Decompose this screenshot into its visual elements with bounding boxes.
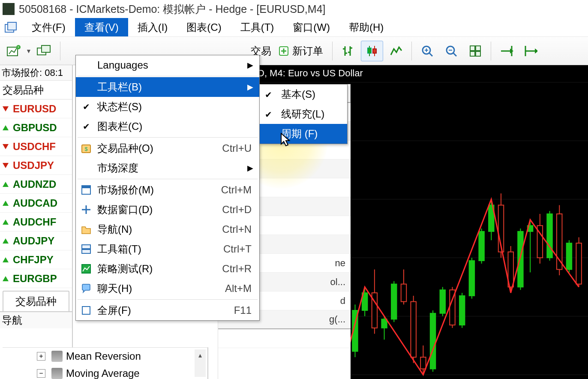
new-order-button[interactable]: 新订单: [273, 41, 328, 61]
svg-marker-36: [535, 48, 537, 54]
submenu-arrow-icon: ▶: [247, 163, 253, 173]
view-menu-item[interactable]: Languages▶: [76, 55, 259, 75]
toolbars-submenu-item[interactable]: 线研究(L): [260, 104, 347, 124]
view-menu-item[interactable]: 聊天(H)Alt+M: [76, 279, 259, 298]
new-chart-button[interactable]: +: [3, 41, 25, 61]
market-watch-tab-symbols[interactable]: 交易品种: [3, 291, 69, 311]
svg-rect-82: [411, 302, 416, 358]
menu-文件f[interactable]: 文件(F): [22, 18, 75, 36]
menu-图表c[interactable]: 图表(C): [177, 18, 231, 36]
tile-windows-button[interactable]: [464, 41, 486, 61]
arrow-up-icon: [3, 125, 9, 130]
restore-window-icon[interactable]: [0, 18, 22, 36]
svg-rect-76: [381, 319, 387, 328]
auto-scroll-button[interactable]: [495, 41, 518, 61]
navigator-item[interactable]: +Mean Reversion: [3, 348, 207, 365]
menu-帮助h[interactable]: 帮助(H): [339, 18, 393, 36]
market-watch-row-audcad[interactable]: AUDCAD: [0, 194, 72, 213]
window-title: 50508168 - ICMarkets-Demo: 模拟帐户 - Hedge …: [19, 2, 326, 16]
svg-rect-110: [547, 214, 552, 258]
market-watch-row-eurusd[interactable]: EURUSD: [0, 99, 72, 118]
view-menu-item[interactable]: 导航(N)Ctrl+N: [76, 220, 259, 239]
svg-rect-126: [82, 307, 90, 314]
svg-text:$: $: [84, 146, 88, 152]
arrow-up-icon: [3, 201, 9, 206]
submenu-arrow-icon: ▶: [247, 82, 253, 92]
arrow-up-icon: [3, 257, 9, 262]
svg-rect-19: [373, 49, 376, 53]
market-watch-column-symbol[interactable]: 交易品种: [0, 81, 72, 99]
view-menu-item[interactable]: 图表栏(C): [76, 117, 259, 136]
tester-icon: [80, 263, 92, 275]
symbols-icon: $: [80, 142, 92, 154]
bar-chart-button[interactable]: [337, 41, 359, 61]
menu-工具t[interactable]: 工具(T): [231, 18, 284, 36]
svg-rect-6: [42, 45, 50, 52]
navigator-scrollbar[interactable]: ▴: [195, 349, 206, 377]
market-watch-row-eurgbp[interactable]: EURGBP: [0, 269, 72, 288]
svg-rect-94: [469, 261, 474, 296]
market-watch-row-usdchf[interactable]: USDCHF: [0, 137, 72, 156]
dropdown-caret-icon[interactable]: ▼: [26, 48, 32, 54]
view-menu-item[interactable]: 全屏(F)F11: [76, 301, 259, 320]
svg-rect-120: [82, 186, 90, 188]
submenu-arrow-icon: ▶: [247, 60, 253, 70]
view-menu-item[interactable]: 工具栏(B)▶: [76, 77, 259, 97]
new-order-icon: [278, 45, 290, 57]
svg-rect-80: [401, 284, 406, 302]
navigator-item[interactable]: −Moving Average: [3, 365, 207, 379]
market-watch-row-audnzd[interactable]: AUDNZD: [0, 175, 72, 194]
tree-toggle-icon[interactable]: +: [37, 352, 45, 361]
svg-rect-92: [459, 296, 465, 325]
profiles-button[interactable]: [33, 41, 56, 61]
check-icon: [80, 120, 92, 132]
market-watch-row-audjpy[interactable]: AUDJPY: [0, 232, 72, 250]
candlestick-chart-button[interactable]: [361, 41, 383, 61]
market-watch-row-audchf[interactable]: AUDCHF: [0, 213, 72, 232]
arrow-up-icon: [3, 182, 9, 187]
toolbar-separator: [60, 42, 60, 60]
menu-窗口w[interactable]: 窗口(W): [283, 18, 339, 36]
market-watch-row-chfjpy[interactable]: CHFJPY: [0, 250, 72, 269]
svg-rect-86: [430, 313, 435, 369]
view-menu-item[interactable]: 数据窗口(D)Ctrl+D: [76, 200, 259, 220]
market-watch-row-gbpusd[interactable]: GBPUSD: [0, 118, 72, 137]
view-menu-item[interactable]: 市场深度▶: [76, 158, 259, 178]
navigator-header: 导航: [0, 311, 72, 328]
arrow-down-icon: [3, 163, 9, 168]
arrow-up-icon: [3, 238, 9, 244]
left-panel: 市场报价: 08:1 交易品种 EURUSDGBPUSDUSDCHFUSDJPY…: [0, 65, 73, 379]
svg-rect-104: [518, 232, 523, 287]
menu-查看v[interactable]: 查看(V): [75, 18, 128, 36]
expert-advisor-icon: [51, 351, 63, 362]
view-menu-item[interactable]: 状态栏(S): [76, 97, 259, 117]
app-icon: [3, 3, 15, 15]
chart-shift-button[interactable]: [519, 41, 542, 61]
svg-rect-17: [368, 48, 371, 53]
toolbars-submenu: 基本(S)线研究(L)周期 (F): [259, 84, 348, 144]
line-chart-button[interactable]: [385, 41, 407, 61]
check-icon: [265, 88, 272, 100]
svg-rect-84: [420, 357, 426, 369]
market-watch-row-usdjpy[interactable]: USDJPY: [0, 156, 72, 175]
arrow-down-icon: [3, 144, 9, 149]
market-watch-header: 市场报价: 08:1: [0, 65, 72, 81]
zoom-out-button[interactable]: [440, 41, 462, 61]
svg-rect-28: [476, 46, 480, 51]
toolbars-submenu-item[interactable]: 周期 (F): [260, 124, 347, 144]
zoom-in-button[interactable]: [416, 41, 438, 61]
view-menu-item[interactable]: 工具箱(T)Ctrl+T: [76, 239, 259, 259]
toolbars-submenu-item[interactable]: 基本(S): [260, 84, 347, 104]
tree-toggle-icon[interactable]: −: [37, 369, 45, 378]
menu-插入i[interactable]: 插入(I): [128, 18, 177, 36]
arrow-up-icon: [3, 276, 9, 281]
view-menu-item[interactable]: 市场报价(M)Ctrl+M: [76, 180, 259, 200]
arrow-down-icon: [3, 106, 9, 111]
toolbar-separator: [491, 42, 491, 60]
toolbar-separator: [411, 42, 412, 60]
fullscreen-icon: [80, 304, 92, 316]
view-menu-item[interactable]: $交易品种(O)Ctrl+U: [76, 138, 259, 158]
toolbar-separator: [332, 42, 333, 60]
view-menu-item[interactable]: 策略测试(R)Ctrl+R: [76, 259, 259, 279]
expert-advisor-icon: [51, 368, 63, 379]
